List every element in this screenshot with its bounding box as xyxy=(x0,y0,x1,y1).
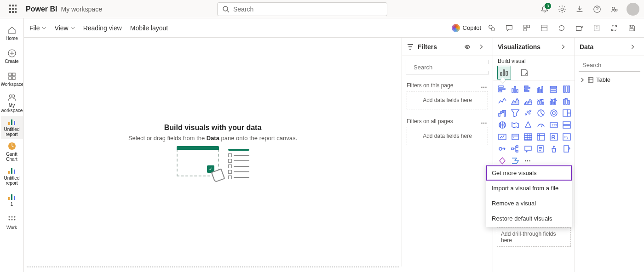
donut-icon[interactable] xyxy=(548,108,559,118)
menu-import-visual-file[interactable]: Import a visual from a file xyxy=(486,181,572,196)
viz-mode-tabs xyxy=(493,64,575,80)
waterfall-icon[interactable] xyxy=(497,108,508,118)
page-tabs-strip[interactable] xyxy=(27,266,399,272)
global-search-input[interactable] xyxy=(233,6,382,13)
export-dropdown[interactable] xyxy=(590,21,604,35)
svg-rect-89 xyxy=(567,113,570,116)
funnel-icon[interactable] xyxy=(510,108,521,118)
data-table-item[interactable]: Table xyxy=(575,74,644,85)
azure-map-icon[interactable] xyxy=(523,120,534,130)
notifications-icon[interactable]: 3 xyxy=(537,2,552,17)
svg-point-81 xyxy=(527,111,529,113)
stacked-bar-icon[interactable] xyxy=(497,84,508,94)
filters-on-all-drop[interactable]: Add data fields here xyxy=(407,127,488,145)
clustered-bar-icon[interactable] xyxy=(523,84,534,94)
refresh-dropdown[interactable] xyxy=(555,21,569,35)
nav-workspaces[interactable]: Workspaces xyxy=(1,68,23,90)
matrix-icon[interactable] xyxy=(535,132,546,142)
bookmarks-icon[interactable] xyxy=(520,21,534,35)
explore-icon[interactable] xyxy=(485,21,499,35)
nav-untitled-report-2[interactable]: Untitled report xyxy=(1,164,23,187)
qa-icon[interactable] xyxy=(523,144,534,154)
menu-file[interactable]: File xyxy=(29,24,46,32)
app-launcher-icon[interactable] xyxy=(9,5,18,14)
filters-search-input[interactable] xyxy=(414,64,491,71)
collapse-icon[interactable] xyxy=(629,44,636,50)
filled-map-icon[interactable] xyxy=(510,120,521,130)
nav-my-workspace[interactable]: My workspace xyxy=(1,91,23,115)
key-influencers-icon[interactable] xyxy=(497,144,508,154)
line-chart-icon[interactable] xyxy=(497,96,508,106)
r-visual-icon[interactable] xyxy=(548,132,559,142)
data-search[interactable] xyxy=(579,59,640,72)
multi-row-card-icon[interactable] xyxy=(561,120,572,130)
paginated-report-icon[interactable] xyxy=(561,144,572,154)
format-tab[interactable] xyxy=(518,66,531,79)
download-icon[interactable] xyxy=(572,2,587,17)
clustered-column-icon[interactable] xyxy=(535,84,546,94)
hundred-column-icon[interactable] xyxy=(561,84,572,94)
decomposition-tree-icon[interactable] xyxy=(510,144,521,154)
svg-rect-99 xyxy=(550,134,558,140)
filters-on-page-drop[interactable]: Add data fields here xyxy=(407,91,488,109)
data-search-input[interactable] xyxy=(582,62,644,68)
stacked-column-icon[interactable] xyxy=(510,84,521,94)
copilot-button[interactable]: Copilot xyxy=(452,24,481,32)
filters-search[interactable] xyxy=(406,60,489,74)
menu-remove-visual[interactable]: Remove a visual xyxy=(486,196,572,211)
share-dropdown[interactable] xyxy=(572,21,586,35)
table-icon[interactable] xyxy=(523,132,534,142)
svg-text:123: 123 xyxy=(552,124,557,127)
user-avatar[interactable] xyxy=(627,3,639,16)
menu-get-more-visuals[interactable]: Get more visuals xyxy=(486,165,572,181)
nav-home[interactable]: Home xyxy=(1,22,23,44)
card-icon[interactable]: 123 xyxy=(548,120,559,130)
stacked-area-icon[interactable] xyxy=(523,96,534,106)
py-visual-icon[interactable]: Py xyxy=(561,132,572,142)
more-icon[interactable]: … xyxy=(481,118,488,125)
gauge-icon[interactable] xyxy=(535,120,546,130)
nav-create[interactable]: Create xyxy=(1,45,23,67)
menu-restore-default-visuals[interactable]: Restore default visuals xyxy=(486,211,572,226)
view-icon[interactable] xyxy=(537,21,551,35)
goals-icon[interactable] xyxy=(548,144,559,154)
comment-icon[interactable] xyxy=(502,21,516,35)
help-icon[interactable] xyxy=(590,2,604,17)
scatter-icon[interactable] xyxy=(523,108,534,118)
line-stacked-column-icon[interactable] xyxy=(535,96,546,106)
nav-work[interactable]: Work xyxy=(1,211,23,233)
visibility-icon[interactable] xyxy=(464,44,471,50)
save-icon[interactable] xyxy=(625,21,638,35)
collapse-icon[interactable] xyxy=(478,44,484,50)
area-chart-icon[interactable] xyxy=(510,96,521,106)
slicer-icon[interactable] xyxy=(510,132,521,142)
more-icon[interactable]: … xyxy=(481,82,488,89)
build-visual-tab[interactable] xyxy=(498,66,511,79)
global-search[interactable] xyxy=(217,2,387,16)
drill-drop[interactable]: Add drill-through fields here xyxy=(497,227,571,247)
report-canvas[interactable]: Build visuals with your data Select or d… xyxy=(24,38,402,272)
treemap-icon[interactable] xyxy=(561,108,572,118)
menu-view[interactable]: View xyxy=(55,24,75,32)
smart-narrative-icon[interactable] xyxy=(535,144,546,154)
nav-one[interactable]: 1 xyxy=(1,188,23,210)
line-clustered-column-icon[interactable] xyxy=(548,96,559,106)
pie-icon[interactable] xyxy=(535,108,546,118)
svg-rect-79 xyxy=(504,110,506,116)
workspace-breadcrumb[interactable]: My workspace xyxy=(61,6,102,13)
svg-point-26 xyxy=(8,219,10,220)
ribbon-chart-icon[interactable] xyxy=(561,96,572,106)
collapse-icon[interactable] xyxy=(560,44,566,50)
map-icon[interactable] xyxy=(497,120,508,130)
hundred-bar-icon[interactable] xyxy=(548,84,559,94)
nav-gantt[interactable]: Gantt Chart xyxy=(1,140,23,164)
menu-mobile-layout[interactable]: Mobile layout xyxy=(130,24,168,32)
settings-icon[interactable] xyxy=(555,2,569,17)
sync-icon[interactable] xyxy=(607,21,621,35)
svg-rect-61 xyxy=(550,89,557,90)
feedback-icon[interactable] xyxy=(607,2,622,17)
nav-untitled-report[interactable]: Untitled report xyxy=(1,116,23,139)
svg-rect-18 xyxy=(11,168,12,174)
kpi-icon[interactable] xyxy=(497,132,508,142)
menu-reading-view[interactable]: Reading view xyxy=(83,24,122,32)
